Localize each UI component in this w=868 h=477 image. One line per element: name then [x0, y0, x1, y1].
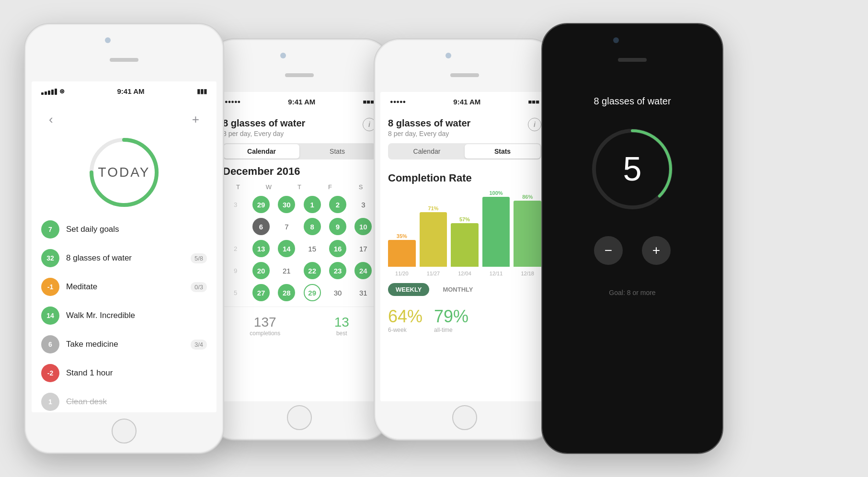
bar-1: [388, 240, 416, 267]
back-button[interactable]: ‹: [45, 108, 57, 131]
cal-cell-15[interactable]: 15: [299, 238, 325, 259]
phone-3-top: [375, 39, 555, 97]
signal-dot-1: [41, 92, 44, 95]
speaker-4: [618, 58, 647, 62]
cal-cell-1[interactable]: 1: [299, 194, 325, 215]
phone-4: 8 glasses of water 5 − + Goal: 8 or more: [541, 23, 723, 454]
cal-cell-13[interactable]: 13: [248, 238, 274, 259]
front-camera-4: [613, 37, 619, 43]
home-button-1[interactable]: [112, 419, 137, 443]
cal-cell-27[interactable]: 27: [248, 283, 274, 303]
mute-button: [24, 110, 25, 129]
cal-cell-29b[interactable]: 29: [299, 283, 325, 303]
habit-title-3: 8 glasses of water: [388, 118, 470, 129]
counter-screen: 8 glasses of water 5 − + Goal: 8 or more: [542, 77, 722, 453]
goal-item-4[interactable]: 14 Walk Mr. Incredible: [32, 301, 217, 330]
goal-item-3[interactable]: -1 Meditate 0/3: [32, 273, 217, 301]
habit-title-group-2: 8 glasses of water 8 per day, Every day: [223, 118, 305, 137]
habit-subtitle-2: 8 per day, Every day: [223, 130, 305, 137]
habit-header-row-3: 8 glasses of water 8 per day, Every day …: [388, 118, 541, 137]
tab-stats-3[interactable]: Stats: [465, 144, 540, 159]
bar-2: [420, 212, 447, 267]
bar-label-4: 100%: [490, 190, 503, 196]
info-button-3[interactable]: i: [528, 118, 541, 131]
six-week-pct: 64%: [388, 307, 423, 327]
cal-cell-31[interactable]: 31: [351, 283, 376, 303]
cal-cell-7[interactable]: 7: [274, 216, 299, 237]
goal-progress-2: 5/8: [191, 253, 207, 263]
tab-stats-2[interactable]: Stats: [299, 144, 375, 159]
phones-container: ⊛ 9:41 AM ▮▮▮ ‹ + TODAY: [0, 0, 868, 477]
all-time-pct: 79%: [434, 307, 468, 327]
cal-header-row: T W T F S: [223, 182, 376, 193]
add-button[interactable]: +: [188, 108, 203, 131]
phone-2-screen: ●●●●● 9:41 AM ■■■ 8 glasses of water 8 p…: [215, 92, 384, 401]
goal-item-1[interactable]: 7 Set daily goals: [32, 215, 217, 244]
battery-3: ■■■: [528, 98, 539, 105]
cal-cell-28[interactable]: 28: [274, 283, 299, 303]
habit-subtitle-3: 8 per day, Every day: [388, 130, 470, 137]
bar-label-2: 71%: [428, 205, 438, 211]
bar-x-2: 11/27: [420, 271, 447, 276]
phone-3-screen: ●●●●● 9:41 AM ■■■ 8 glasses of water 8 p…: [380, 92, 549, 401]
goal-badge-6: -2: [41, 364, 59, 382]
cal-cell-16[interactable]: 16: [325, 238, 350, 259]
cal-cell-17[interactable]: 17: [351, 238, 376, 259]
today-circle-container: TODAY: [32, 131, 217, 209]
goal-item-6[interactable]: -2 Stand 1 hour: [32, 359, 217, 387]
home-button-2[interactable]: [287, 405, 312, 430]
six-week-stat: 64% 6-week: [388, 307, 423, 333]
bar-x-5: 12/18: [514, 271, 541, 276]
wifi-icon: ⊛: [59, 88, 65, 95]
signal-3: ●●●●●: [390, 99, 406, 104]
cal-row-1: 3 29 30 1 2 3: [223, 194, 376, 215]
signal-icon: ⊛: [41, 88, 65, 95]
goal-item-5[interactable]: 6 Take medicine 3/4: [32, 330, 217, 359]
cal-cell-21[interactable]: 21: [274, 261, 299, 281]
weekly-btn[interactable]: WEEKLY: [388, 283, 429, 296]
speaker-1: [110, 58, 138, 62]
cal-cell-20[interactable]: 20: [248, 261, 274, 281]
bar-chart: 35% 71% 57% 100%: [388, 190, 541, 267]
goal-name-5: Take medicine: [66, 340, 184, 349]
goal-name-3: Meditate: [66, 282, 184, 292]
tab-switch-2: Calendar Stats: [223, 143, 376, 159]
cal-row-3: 2 13 14 15 16 17: [223, 238, 376, 259]
cal-cell-29[interactable]: 29: [248, 194, 274, 215]
goal-badge-3: -1: [41, 278, 59, 296]
phone-2: ●●●●● 9:41 AM ■■■ 8 glasses of water 8 p…: [208, 38, 390, 441]
cal-cell-9[interactable]: 9: [325, 216, 350, 237]
home-button-3[interactable]: [452, 405, 477, 430]
tab-calendar-3[interactable]: Calendar: [389, 144, 465, 159]
bar-4: [482, 197, 510, 267]
cal-cell-2[interactable]: 2: [325, 194, 350, 215]
goal-name-1: Set daily goals: [66, 225, 207, 234]
cal-cell-3[interactable]: 3: [351, 194, 376, 215]
all-time-label: all-time: [434, 327, 468, 333]
six-week-label: 6-week: [388, 327, 423, 333]
cal-cell-30b[interactable]: 30: [325, 283, 350, 303]
increment-button[interactable]: +: [642, 236, 671, 265]
cal-cell-24[interactable]: 24: [351, 261, 376, 281]
cal-cell-22[interactable]: 22: [299, 261, 325, 281]
cal-cell-6[interactable]: 6: [248, 216, 274, 237]
cal-cell-30[interactable]: 30: [274, 194, 299, 215]
cal-row-4: 9 20 21 22 23 24: [223, 261, 376, 281]
goal-progress-3: 0/3: [191, 282, 207, 292]
habit-detail-header-3: 8 glasses of water 8 per day, Every day …: [380, 111, 549, 137]
phone-2-bottom: [209, 392, 389, 440]
best-num: 13: [334, 315, 349, 330]
cal-header-f: F: [315, 182, 345, 193]
tab-calendar-2[interactable]: Calendar: [224, 144, 299, 159]
cal-cell-10[interactable]: 10: [351, 216, 376, 237]
monthly-btn[interactable]: MONTHLY: [435, 283, 480, 296]
cal-row-2: 6 7 8 9 10: [223, 216, 376, 237]
goal-item-2[interactable]: 32 8 glasses of water 5/8: [32, 244, 217, 273]
cal-cell-23[interactable]: 23: [325, 261, 350, 281]
cal-cell-14[interactable]: 14: [274, 238, 299, 259]
cal-cell-extra3: 2: [223, 238, 248, 259]
cal-cell-8[interactable]: 8: [299, 216, 325, 237]
battery-2: ■■■: [363, 98, 374, 105]
decrement-button[interactable]: −: [594, 236, 623, 265]
goal-name-6: Stand 1 hour: [66, 368, 207, 378]
